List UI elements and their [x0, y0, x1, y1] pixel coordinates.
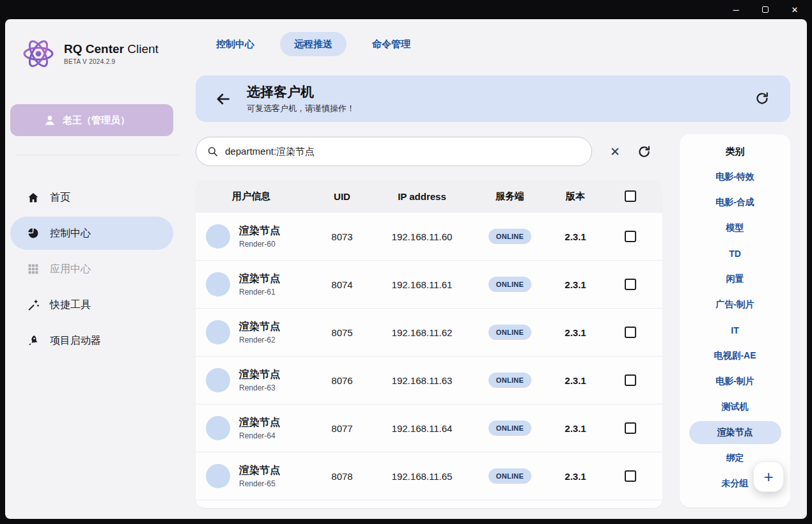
client-version: 2.3.1 — [553, 375, 598, 386]
row-checkbox[interactable] — [625, 231, 636, 242]
sidebar-item-app-center[interactable]: 应用中心 — [10, 252, 173, 286]
row-checkbox[interactable] — [625, 327, 636, 338]
search-clear-button[interactable]: ✕ — [610, 144, 620, 159]
client-version: 2.3.1 — [553, 231, 598, 242]
close-button[interactable]: ✕ — [785, 3, 804, 17]
sidebar-item-label: 控制中心 — [50, 227, 91, 240]
client-name: 渲染节点 — [239, 416, 280, 429]
row-checkbox[interactable] — [625, 374, 636, 386]
column-uid: UID — [307, 191, 377, 202]
back-button[interactable] — [215, 91, 231, 107]
sidebar-item-label: 首页 — [50, 191, 70, 204]
app-window: ─ ✕ — [0, 0, 812, 524]
client-device: Render-62 — [239, 335, 280, 344]
row-checkbox[interactable] — [625, 279, 636, 290]
client-version: 2.3.1 — [553, 279, 598, 290]
maximize-icon — [762, 6, 769, 13]
category-label: 渲染节点 — [717, 427, 753, 438]
client-name: 渲染节点 — [239, 272, 280, 286]
status-badge: ONLINE — [488, 468, 531, 484]
category-item[interactable]: TD — [680, 241, 790, 266]
client-device: Render-63 — [239, 383, 280, 392]
table-body: 渲染节点 Render-60 8073 192.168.11.60 ONLINE… — [196, 213, 662, 500]
app-logo-atom-icon — [20, 36, 56, 72]
sidebar-item-home[interactable]: 首页 — [10, 181, 173, 214]
category-label: IT — [731, 325, 738, 335]
row-checkbox[interactable] — [625, 422, 636, 434]
table-row[interactable]: 渲染节点 Render-61 8074 192.168.11.61 ONLINE… — [196, 261, 662, 309]
client-table: 用户信息 UID IP address 服务端 版本 渲染节点 — [196, 180, 662, 508]
page-title: 选择客户机 — [247, 83, 355, 101]
add-button[interactable]: + — [753, 461, 784, 492]
sidebar-item-quick-tools[interactable]: 快捷工具 — [10, 288, 173, 321]
table-row[interactable]: 渲染节点 Render-65 8078 192.168.11.65 ONLINE… — [196, 452, 662, 500]
tab-control-center[interactable]: 控制中心 — [202, 32, 269, 56]
tab-remote-push[interactable]: 远程推送 — [280, 32, 347, 56]
search-box[interactable] — [196, 137, 592, 166]
refresh-icon — [754, 91, 770, 106]
client-avatar — [206, 224, 230, 249]
category-label: 广告-制片 — [715, 299, 754, 311]
arrow-left-icon — [215, 91, 231, 107]
sidebar-divider — [15, 155, 180, 155]
client-avatar — [206, 368, 230, 392]
category-item[interactable]: IT — [680, 318, 790, 343]
category-label: 模型 — [726, 222, 744, 234]
app-content: RQ Center Client BETA V 2024.2.9 老王（管理员）… — [5, 19, 807, 519]
client-uid: 8076 — [307, 375, 377, 386]
client-name: 渲染节点 — [239, 368, 280, 381]
client-version: 2.3.1 — [553, 327, 598, 338]
table-row[interactable]: 渲染节点 Render-60 8073 192.168.11.60 ONLINE… — [196, 213, 662, 261]
search-input[interactable] — [225, 146, 581, 157]
category-item[interactable]: 广告-制片 — [680, 292, 790, 318]
table-row[interactable]: 渲染节点 Render-63 8076 192.168.11.63 ONLINE… — [196, 357, 662, 405]
magic-wand-icon — [27, 298, 40, 311]
category-item[interactable]: 电影-制片 — [680, 369, 790, 394]
select-all-checkbox[interactable] — [625, 190, 636, 202]
column-ip: IP address — [377, 191, 467, 202]
sidebar-item-control-center[interactable]: 控制中心 — [10, 217, 173, 250]
client-uid: 8075 — [307, 327, 377, 338]
category-item[interactable]: 模型 — [680, 215, 790, 241]
search-icon — [207, 145, 219, 158]
client-device: Render-65 — [239, 479, 280, 488]
tab-command-management[interactable]: 命令管理 — [358, 32, 425, 56]
row-checkbox[interactable] — [625, 470, 636, 482]
category-item[interactable]: 电视剧-AE — [680, 343, 790, 369]
user-name: 老王（管理员） — [63, 114, 130, 127]
table-row[interactable]: 渲染节点 Render-62 8075 192.168.11.62 ONLINE… — [196, 309, 662, 357]
column-version: 版本 — [553, 190, 598, 203]
minimize-button[interactable]: ─ — [726, 3, 746, 17]
client-avatar — [206, 320, 230, 344]
category-label: 电影-特效 — [715, 171, 754, 183]
plus-icon: + — [763, 467, 773, 487]
maximize-button[interactable] — [756, 3, 775, 17]
client-device: Render-60 — [239, 240, 280, 249]
table-row[interactable]: 渲染节点 Render-64 8077 192.168.11.64 ONLINE… — [196, 405, 662, 452]
header-refresh-button[interactable] — [754, 91, 770, 109]
category-label: 电影-制片 — [715, 376, 754, 387]
client-uid: 8074 — [307, 279, 377, 290]
user-badge[interactable]: 老王（管理员） — [10, 104, 173, 136]
client-ip: 192.168.11.64 — [377, 423, 467, 434]
category-label: TD — [729, 249, 741, 259]
client-ip: 192.168.11.60 — [377, 231, 467, 242]
page-subtitle: 可复选客户机，请谨慎操作！ — [247, 103, 355, 114]
header-card: 选择客户机 可复选客户机，请谨慎操作！ — [196, 75, 790, 122]
sidebar-item-project-launcher[interactable]: 项目启动器 — [10, 324, 173, 357]
category-item[interactable]: 测试机 — [680, 394, 790, 420]
category-item[interactable]: 电影-特效 — [680, 164, 790, 190]
client-ip: 192.168.11.65 — [377, 471, 467, 482]
category-item[interactable]: 闲置 — [680, 266, 790, 292]
status-badge: ONLINE — [488, 277, 531, 292]
category-item[interactable]: 电影-合成 — [680, 190, 790, 215]
client-name: 渲染节点 — [239, 224, 280, 238]
client-ip: 192.168.11.63 — [377, 375, 467, 386]
category-item[interactable]: 渲染节点 — [689, 421, 781, 444]
titlebar[interactable]: ─ ✕ — [0, 0, 812, 19]
categories-title: 类别 — [680, 146, 790, 158]
brand: RQ Center Client BETA V 2024.2.9 — [20, 36, 159, 72]
sidebar: RQ Center Client BETA V 2024.2.9 老王（管理员）… — [5, 19, 191, 519]
search-refresh-button[interactable] — [637, 144, 652, 159]
client-name: 渲染节点 — [239, 464, 280, 477]
